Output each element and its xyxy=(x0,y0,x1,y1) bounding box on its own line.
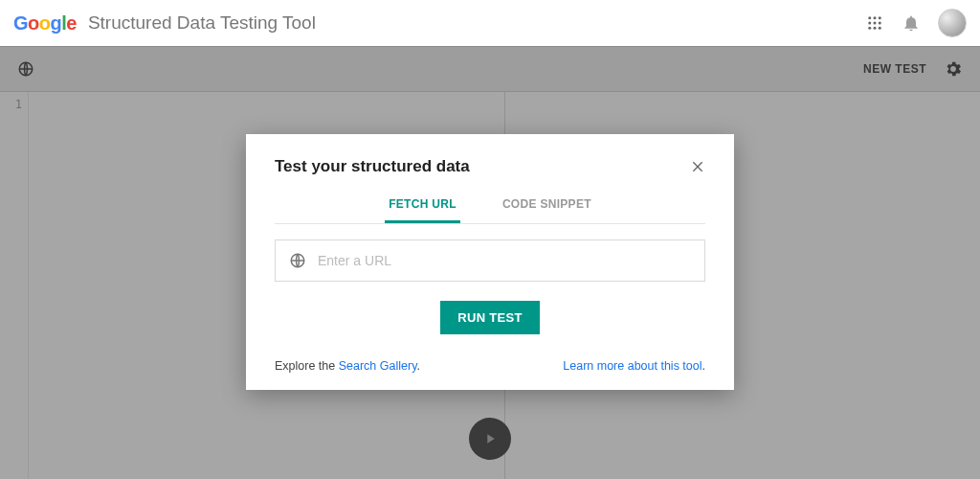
globe-icon xyxy=(289,252,306,269)
app-title: Structured Data Testing Tool xyxy=(88,12,316,34)
explore-text: Explore the Search Gallery. xyxy=(275,359,420,373)
app-header: Google Structured Data Testing Tool xyxy=(0,0,980,46)
modal-footer: Explore the Search Gallery. Learn more a… xyxy=(275,359,705,373)
svg-point-7 xyxy=(874,27,877,30)
header-right xyxy=(865,9,967,37)
search-gallery-link[interactable]: Search Gallery xyxy=(339,359,417,373)
svg-point-6 xyxy=(868,27,871,30)
modal-title: Test your structured data xyxy=(275,157,470,176)
avatar[interactable] xyxy=(938,9,967,37)
svg-point-8 xyxy=(879,27,881,30)
svg-point-5 xyxy=(879,22,881,25)
svg-point-1 xyxy=(874,16,877,19)
url-field[interactable] xyxy=(275,240,705,282)
svg-point-0 xyxy=(868,16,871,19)
google-logo: Google xyxy=(13,12,77,34)
svg-point-2 xyxy=(879,16,881,19)
learn-more-link[interactable]: Learn more about this tool xyxy=(563,359,702,373)
modal-tabs: FETCH URL CODE SNIPPET xyxy=(275,190,705,224)
notifications-icon[interactable] xyxy=(902,13,921,33)
test-modal: Test your structured data FETCH URL CODE… xyxy=(246,134,734,390)
header-left: Google Structured Data Testing Tool xyxy=(13,12,316,34)
close-icon[interactable] xyxy=(690,159,705,174)
run-test-button[interactable]: RUN TEST xyxy=(440,301,539,334)
svg-point-4 xyxy=(874,22,877,25)
apps-icon[interactable] xyxy=(865,13,884,33)
tab-code-snippet[interactable]: CODE SNIPPET xyxy=(499,190,595,223)
tab-fetch-url[interactable]: FETCH URL xyxy=(385,190,460,223)
url-input[interactable] xyxy=(318,253,691,268)
learn-more-text: Learn more about this tool. xyxy=(563,359,705,373)
svg-point-3 xyxy=(868,22,871,25)
